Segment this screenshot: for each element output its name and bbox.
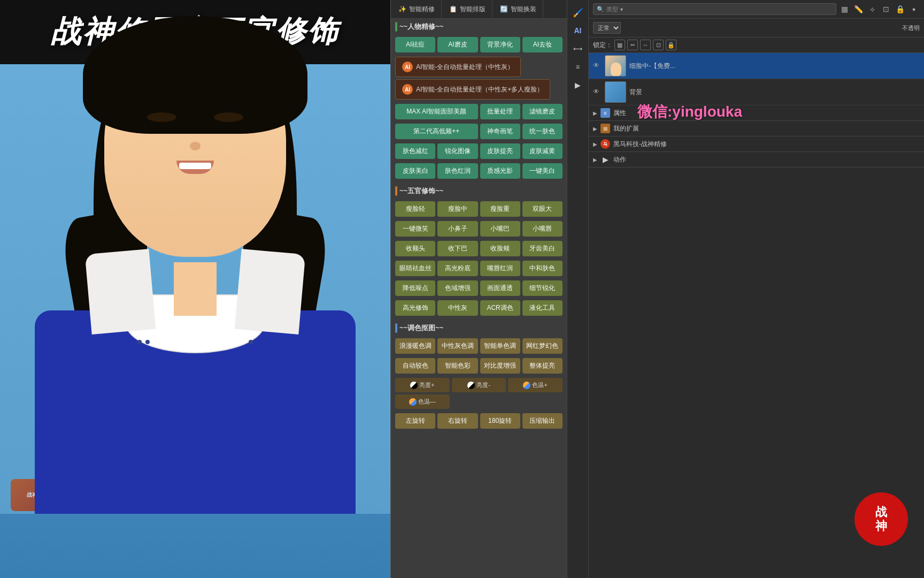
actions-header[interactable]: ▶ ▶ 动作 <box>589 152 924 167</box>
btn-batch[interactable]: 批量处理 <box>480 104 520 119</box>
btn-viral-dream[interactable]: 网红梦幻色 <box>522 338 563 354</box>
btn-gen2[interactable]: 第二代高低频++ <box>395 124 478 139</box>
btn-overall-bright[interactable]: 整体提亮 <box>522 358 563 374</box>
btn-slim-chin[interactable]: 收下巴 <box>437 241 478 256</box>
btn-smart-mono[interactable]: 智能单色调 <box>480 338 520 354</box>
filter-icon-3[interactable]: ⟡ <box>866 3 878 15</box>
lock-arrow-icon[interactable]: ↔ <box>640 40 651 50</box>
extension-header[interactable]: ▶ ⊞ 我的扩展 <box>589 121 924 136</box>
filter-icon-5[interactable]: 🔒 <box>894 3 906 15</box>
btn-temp-plus[interactable]: 色温+ <box>508 378 563 392</box>
blend-mode-select[interactable]: 正常 <box>593 22 621 34</box>
btn-small-mouth[interactable]: 小嘴巴 <box>480 221 520 237</box>
layer-item-face[interactable]: 👁 细脸中-【免费... <box>589 53 924 79</box>
btn-highlight-retouch[interactable]: 高光修饰 <box>395 300 435 316</box>
search-box[interactable]: 🔍 类型 ▾ <box>593 3 836 15</box>
btn-onekey-white[interactable]: 一键美白 <box>522 163 563 179</box>
btn-neutralize-skin[interactable]: 中和肤色 <box>522 261 563 276</box>
btn-acr[interactable]: ACR调色 <box>480 300 520 316</box>
btn-color-enhance[interactable]: 色域增强 <box>437 280 478 296</box>
btn-slim-mid[interactable]: 瘦脸中 <box>437 201 478 217</box>
btn-liquify[interactable]: 液化工具 <box>522 300 563 316</box>
btn-rotate-left[interactable]: 左旋转 <box>395 413 435 429</box>
btn-magic-brush[interactable]: 神奇画笔 <box>480 124 520 139</box>
btn-temp-minus[interactable]: 色温— <box>395 394 450 409</box>
feat-row3-buttons: 收额头 收下巴 收脸颊 牙齿美白 <box>391 239 567 258</box>
lock-padlock-icon[interactable]: 🔒 <box>666 40 676 50</box>
lock-artboard-icon[interactable]: ⊡ <box>653 40 664 50</box>
btn-romantic-warm[interactable]: 浪漫暖色调 <box>395 338 435 354</box>
btn-small-nose[interactable]: 小鼻子 <box>437 221 478 237</box>
btn-ai-qudou[interactable]: AI祛痘 <box>395 37 435 52</box>
btn-reduce-noise[interactable]: 降低噪点 <box>395 280 435 296</box>
btn-skin-deyellow[interactable]: 皮肤减黄 <box>522 143 563 159</box>
temp-plus-icon <box>523 382 530 389</box>
btn-sharpen[interactable]: 锐化图像 <box>437 143 478 159</box>
feat-row5-buttons: 降低噪点 色域增强 画面通透 细节锐化 <box>391 278 567 298</box>
filter-icon-2[interactable]: ✏️ <box>852 3 864 15</box>
btn-ai-mopi[interactable]: AI磨皮 <box>437 37 478 52</box>
btn-highlight[interactable]: 高光粉底 <box>437 261 478 276</box>
tab-transform-label: 智能换装 <box>511 5 536 14</box>
text-tool[interactable]: AI <box>570 22 586 39</box>
btn-lip-ruddy[interactable]: 嘴唇红润 <box>480 261 520 276</box>
section-features-label: ~~五官修饰~~ <box>399 186 443 196</box>
btn-quality-light[interactable]: 质感光影 <box>480 163 520 179</box>
btn-rotate-180[interactable]: 180旋转 <box>480 413 520 429</box>
btn-auto-correct[interactable]: 自动较色 <box>395 358 435 374</box>
btn-slim-heavy[interactable]: 瘦脸重 <box>480 201 520 217</box>
expand-tool[interactable]: ⟷ <box>570 41 586 57</box>
search-label: 类型 <box>606 5 618 13</box>
btn-ai-full-1[interactable]: AI AI智能-全自动批量处理（中性灰） <box>395 57 521 77</box>
btn-detail-sharp[interactable]: 细节锐化 <box>522 280 563 296</box>
btn-smile[interactable]: 一键微笑 <box>395 221 435 237</box>
btn-max-ai[interactable]: MAX AI智能面部美颜 <box>395 104 478 119</box>
btn-eye-blood[interactable]: 眼睛祛血丝 <box>395 261 435 276</box>
btn-big-eyes[interactable]: 双眼大 <box>522 201 563 217</box>
blend-mode-row: 正常 不透明 <box>589 19 924 37</box>
layer-name-bg: 背景 <box>629 88 920 97</box>
play-tool[interactable]: ▶ <box>570 77 586 93</box>
btn-filter-mopi[interactable]: 滤镜磨皮 <box>522 104 563 119</box>
btn-smart-color[interactable]: 智能色彩 <box>437 358 478 374</box>
tab-arrange[interactable]: 📋 智能排版 <box>442 0 492 18</box>
panel-scroll[interactable]: ~~人物精修~~ AI祛痘 AI磨皮 背景净化 AI去妆 AI AI智能-全自动… <box>391 19 567 578</box>
search-icon: 🔍 <box>597 6 604 13</box>
btn-small-lips[interactable]: 小嘴唇 <box>522 221 563 237</box>
btn-transparent[interactable]: 画面通透 <box>480 280 520 296</box>
btn-ai-full-2[interactable]: AI AI智能-全自动批量处理（中性灰+多人瘦脸） <box>395 79 550 100</box>
tab-retouch[interactable]: ✨ 智能精修 <box>391 0 442 18</box>
filter-icon-1[interactable]: ▦ <box>838 3 850 15</box>
btn-slim-cheek[interactable]: 收脸颊 <box>480 241 520 256</box>
btn-rotate-right[interactable]: 右旋转 <box>437 413 478 429</box>
btn-neutral-gray-color[interactable]: 中性灰色调 <box>437 338 478 354</box>
btn-skin-bright[interactable]: 皮肤提亮 <box>480 143 520 159</box>
btn-teeth-white[interactable]: 牙齿美白 <box>522 241 563 256</box>
btn-ai-quzhuang[interactable]: AI去妆 <box>522 37 563 52</box>
layer-eye-bg[interactable]: 👁 <box>593 88 602 96</box>
filter-icon-4[interactable]: ⊡ <box>880 3 892 15</box>
btn-brightness-plus[interactable]: 亮度+ <box>395 378 450 392</box>
tab-arrange-label: 智能排版 <box>460 5 486 14</box>
btn-slim-forehead[interactable]: 收额头 <box>395 241 435 256</box>
btn-ai-bgclean[interactable]: 背景净化 <box>480 37 520 52</box>
btn-skin-dered[interactable]: 肤色减红 <box>395 143 435 159</box>
btn-skin-unify[interactable]: 统一肤色 <box>522 124 563 139</box>
brush-tool[interactable]: 🖌️ <box>570 4 586 20</box>
tab-transform[interactable]: 🔄 智能换装 <box>492 0 543 18</box>
btn-skin-white[interactable]: 皮肤美白 <box>395 163 435 179</box>
brightness-minus-icon <box>467 382 475 389</box>
btn-contrast-enhance[interactable]: 对比度增强 <box>480 358 520 374</box>
settings-tool[interactable]: ≡ <box>570 59 586 75</box>
btn-neutral-gray[interactable]: 中性灰 <box>437 300 478 316</box>
layer-eye-face[interactable]: 👁 <box>593 62 602 70</box>
btn-brightness-minus[interactable]: 亮度- <box>452 378 506 392</box>
lock-checkered-icon[interactable]: ▦ <box>614 40 625 50</box>
filter-toggle[interactable]: ● <box>908 3 920 15</box>
lock-brush-icon[interactable]: ✏ <box>627 40 638 50</box>
row4-buttons: 皮肤美白 肤色红润 质感光影 一键美白 <box>391 161 567 181</box>
btn-skin-ruddy[interactable]: 肤色红润 <box>437 163 478 179</box>
btn-compress-output[interactable]: 压缩输出 <box>522 413 563 429</box>
btn-slim-light[interactable]: 瘦脸轻 <box>395 201 435 217</box>
plugin-header[interactable]: ▶ 马 黑马科技-战神精修 <box>589 136 924 151</box>
